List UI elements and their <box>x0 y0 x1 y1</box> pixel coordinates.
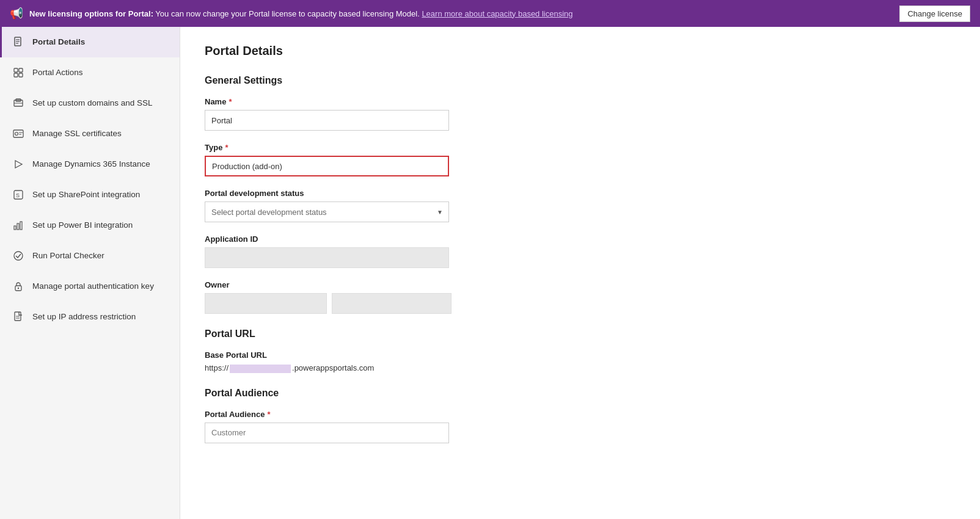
portal-audience-label: Portal Audience * <box>205 410 956 419</box>
lock-icon <box>12 280 25 293</box>
sidebar-item-auth-key[interactable]: Manage portal authentication key <box>0 271 180 302</box>
sidebar-item-powerbi[interactable]: Set up Power BI integration <box>0 210 180 241</box>
svg-rect-4 <box>14 68 18 72</box>
dev-status-select-wrapper: Select portal development status Develop… <box>205 201 449 222</box>
sidebar-label-powerbi: Set up Power BI integration <box>32 220 133 231</box>
type-label: Type * <box>205 143 956 152</box>
general-settings-title: General Settings <box>205 75 956 86</box>
base-url-value: https://.powerappsportals.com <box>205 363 956 373</box>
main-content: Portal Details General Settings Name * T… <box>180 27 980 519</box>
sidebar-label-ssl-certs: Manage SSL certificates <box>32 128 122 139</box>
sidebar-label-portal-checker: Run Portal Checker <box>32 250 104 261</box>
sidebar-label-auth-key: Manage portal authentication key <box>32 281 154 292</box>
owner-readonly-1 <box>205 293 327 314</box>
notification-banner: 📢 New licensing options for Portal: You … <box>0 0 980 27</box>
checker-icon <box>12 249 25 263</box>
svg-point-23 <box>18 288 19 289</box>
app-id-readonly <box>205 247 449 268</box>
portal-audience-input[interactable] <box>205 423 449 443</box>
type-field-group: Type * <box>205 143 956 176</box>
chart-icon <box>12 219 25 232</box>
banner-text: New licensing options for Portal: You ca… <box>29 9 893 18</box>
sidebar-item-custom-domains[interactable]: Set up custom domains and SSL <box>0 88 180 118</box>
svg-point-12 <box>15 132 18 136</box>
url-redacted <box>230 365 291 373</box>
cert-icon <box>12 127 25 140</box>
portal-audience-field-group: Portal Audience * <box>205 410 956 443</box>
name-field-group: Name * <box>205 97 956 131</box>
svg-rect-7 <box>19 73 23 77</box>
sidebar-label-portal-actions: Portal Actions <box>32 67 83 78</box>
svg-rect-6 <box>14 73 18 77</box>
sidebar-item-ssl-certs[interactable]: Manage SSL certificates <box>0 118 180 149</box>
sidebar-item-dynamics[interactable]: Manage Dynamics 365 Instance <box>0 149 180 180</box>
svg-point-21 <box>14 252 23 260</box>
type-input[interactable] <box>205 156 449 176</box>
base-url-label: Base Portal URL <box>205 350 956 360</box>
sidebar-item-portal-details[interactable]: Portal Details <box>0 27 180 57</box>
sidebar-label-sharepoint: Set up SharePoint integration <box>32 189 140 200</box>
svg-text:S: S <box>16 192 20 198</box>
sidebar-label-portal-details: Portal Details <box>32 37 85 48</box>
sidebar-label-dynamics: Manage Dynamics 365 Instance <box>32 159 150 170</box>
owner-field-group: Owner <box>205 280 956 314</box>
svg-rect-18 <box>14 226 16 230</box>
sharepoint-icon: S <box>12 188 25 201</box>
portal-audience-required-star: * <box>267 410 270 419</box>
name-input[interactable] <box>205 110 449 131</box>
owner-label: Owner <box>205 280 956 289</box>
sidebar: Portal Details Portal Actions <box>0 27 180 519</box>
megaphone-icon: 📢 <box>10 7 23 20</box>
svg-rect-5 <box>19 68 23 72</box>
dev-status-field-group: Portal development status Select portal … <box>205 189 956 222</box>
sidebar-item-ip-restriction[interactable]: Set up IP address restriction <box>0 302 180 332</box>
sidebar-label-custom-domains: Set up custom domains and SSL <box>32 98 153 109</box>
domains-icon <box>12 96 25 110</box>
sidebar-item-sharepoint[interactable]: S Set up SharePoint integration <box>0 180 180 210</box>
svg-marker-15 <box>15 161 22 168</box>
name-label: Name * <box>205 97 956 106</box>
sidebar-item-portal-checker[interactable]: Run Portal Checker <box>0 241 180 271</box>
portal-url-title: Portal URL <box>205 328 956 339</box>
app-id-field-group: Application ID <box>205 234 956 268</box>
change-license-button[interactable]: Change license <box>899 5 970 22</box>
doc-icon <box>12 35 25 49</box>
page-title: Portal Details <box>205 44 956 58</box>
owner-fields <box>205 293 956 314</box>
svg-rect-20 <box>20 222 22 230</box>
file-icon <box>12 310 25 324</box>
dev-status-select[interactable]: Select portal development status Develop… <box>205 201 449 222</box>
sidebar-label-ip-restriction: Set up IP address restriction <box>32 311 136 322</box>
portal-audience-title: Portal Audience <box>205 388 956 399</box>
grid-icon <box>12 66 25 79</box>
name-required-star: * <box>229 97 232 106</box>
sidebar-item-portal-actions[interactable]: Portal Actions <box>0 57 180 88</box>
owner-readonly-2 <box>332 293 452 314</box>
play-icon <box>12 158 25 171</box>
svg-rect-19 <box>17 223 19 230</box>
learn-more-link[interactable]: Learn more about capacity based licensin… <box>422 9 572 18</box>
app-id-label: Application ID <box>205 234 956 244</box>
dev-status-label: Portal development status <box>205 189 956 198</box>
type-required-star: * <box>225 143 228 152</box>
